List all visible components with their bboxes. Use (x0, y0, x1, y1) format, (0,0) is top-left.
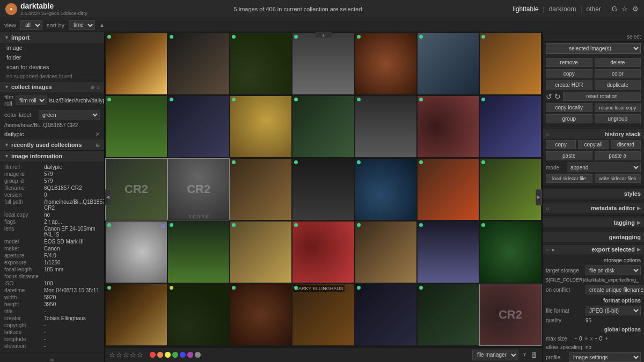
color-button[interactable]: color (595, 69, 641, 78)
collect-edit-icon[interactable]: ⊕ (90, 84, 94, 90)
rotate-ccw-icon[interactable]: ↺ (546, 92, 552, 101)
right-panel-toggle[interactable]: ▶ (536, 189, 542, 205)
color-label-select[interactable]: green (39, 110, 100, 120)
load-sidecar-button[interactable]: load sidecar file (546, 174, 592, 183)
grid-item[interactable] (355, 221, 416, 283)
grid-item[interactable] (418, 159, 479, 220)
green-label-filter[interactable] (172, 352, 178, 358)
selected-images-select[interactable]: selected image(s) (546, 43, 641, 54)
import-folder-item[interactable]: folder (0, 53, 104, 62)
red-label-filter[interactable] (150, 352, 156, 358)
paste-button[interactable]: paste (546, 151, 592, 160)
copy-hist-button[interactable]: copy (546, 140, 576, 149)
geotagging-header[interactable]: geotagging (543, 232, 644, 242)
file-format-select[interactable]: JPEG (8-bit) (586, 306, 641, 315)
grid-item[interactable] (355, 96, 416, 157)
size-w-minus[interactable]: - (574, 335, 578, 342)
grid-item[interactable] (168, 221, 229, 283)
tagging-header[interactable]: tagging ▶ (543, 218, 644, 227)
copy-locally-button[interactable]: copy locally (546, 103, 592, 112)
duplicate-button[interactable]: duplicate (595, 80, 641, 90)
grid-item[interactable] (355, 159, 416, 220)
image-grid[interactable]: CR2 CR2 ☆☆☆☆☆ (105, 32, 542, 347)
size-h-plus[interactable]: + (603, 335, 609, 342)
filmroll-type-select[interactable]: film roll (16, 95, 47, 105)
paste-a-button[interactable]: paste a (595, 151, 641, 160)
grid-item[interactable]: ⊞ (106, 221, 167, 283)
copy-button[interactable]: copy (546, 69, 592, 78)
nav-darkroom[interactable]: darkroom (545, 4, 581, 14)
monitor-icon[interactable]: 🖥 (530, 351, 538, 359)
sort-asc-icon[interactable]: ▲ (99, 22, 105, 28)
styles-header[interactable]: styles (543, 189, 644, 198)
grid-item[interactable] (292, 221, 354, 283)
grid-item[interactable] (292, 33, 354, 94)
resync-local-button[interactable]: resync local copy (595, 104, 641, 112)
grid-item[interactable] (168, 96, 229, 157)
size-h-minus[interactable]: - (594, 335, 598, 342)
create-hdr-button[interactable]: create HDR (546, 80, 592, 90)
mode-select[interactable]: append (567, 162, 641, 172)
image-info-header[interactable]: ▼ image information (0, 151, 104, 161)
remove-button[interactable]: remove (546, 58, 592, 67)
grid-item[interactable] (230, 221, 291, 283)
recently-used-header[interactable]: ▼ recently used collections ⊕ (0, 139, 104, 150)
export-header[interactable]: ○ ● export selected ▶ (543, 245, 644, 254)
grid-item[interactable] (480, 96, 541, 157)
star-icon[interactable]: ☆ (621, 5, 628, 13)
copy-all-button[interactable]: copy all (578, 140, 608, 149)
grid-item[interactable] (168, 33, 229, 94)
sort-select[interactable]: time (69, 20, 95, 30)
ungroup-button[interactable]: ungroup (595, 114, 641, 123)
view-select[interactable]: all (20, 20, 42, 30)
discard-button[interactable]: discard (611, 140, 641, 149)
import-header[interactable]: ▼ import (0, 32, 104, 43)
recently-used-options-icon[interactable]: ⊕ (96, 142, 100, 148)
grid-item[interactable] (292, 96, 354, 157)
history-header[interactable]: ○ history stack (543, 129, 644, 139)
delete-button[interactable]: delete (595, 58, 641, 67)
grid-item[interactable]: CR2 (106, 159, 167, 220)
profile-select[interactable]: image settings (569, 352, 641, 362)
grid-item[interactable] (418, 96, 479, 157)
grid-item[interactable] (418, 33, 479, 94)
grid-item[interactable] (355, 284, 416, 345)
nav-lighttable[interactable]: lighttable (509, 4, 543, 14)
reset-rotation-button[interactable]: reset rotation (563, 92, 641, 101)
yellow-label-filter[interactable] (165, 352, 171, 358)
grid-item[interactable] (230, 96, 291, 157)
import-scan-item[interactable]: scan for devices (0, 62, 104, 72)
grid-item[interactable] (418, 284, 479, 345)
gray-label-filter[interactable] (195, 352, 201, 358)
delete-collection-icon[interactable]: ✕ (96, 131, 100, 137)
metadata-header[interactable]: ○ metadata editor ▶ (543, 203, 644, 213)
target-storage-select[interactable]: file on disk (586, 265, 641, 275)
grid-item[interactable] (355, 33, 416, 94)
grid-item[interactable] (480, 33, 541, 94)
grid-item[interactable]: DARKY ELLINGHAUS (292, 284, 354, 345)
write-sidecar-button[interactable]: write sidecar files (595, 174, 641, 183)
top-panel-toggle[interactable]: ▲ (316, 32, 332, 38)
grid-item[interactable] (292, 159, 354, 220)
grid-item[interactable] (230, 33, 291, 94)
grid-item[interactable] (480, 159, 541, 220)
gear-icon[interactable]: ⚙ (632, 5, 639, 13)
purple-label-filter[interactable] (187, 352, 193, 358)
grid-item[interactable] (106, 33, 167, 94)
grid-item[interactable] (106, 96, 167, 157)
size-w-plus[interactable]: + (583, 335, 589, 342)
grid-item[interactable] (480, 221, 541, 283)
group-button[interactable]: group (546, 114, 592, 123)
grid-item[interactable] (230, 284, 291, 345)
grid-item[interactable] (106, 284, 167, 345)
grid-item[interactable]: CR2 ☆☆☆☆☆ (168, 159, 229, 220)
view-mode-select[interactable]: file manager (472, 350, 518, 360)
import-image-item[interactable]: image (0, 43, 104, 53)
left-panel-toggle[interactable]: ◀ (105, 189, 111, 205)
grid-item[interactable] (418, 221, 479, 283)
star-rating-filter[interactable]: ☆ ☆ ☆ ☆ ☆ (109, 351, 143, 359)
nav-other[interactable]: other (582, 4, 605, 14)
google-icon[interactable]: G (612, 5, 617, 13)
orange-label-filter[interactable] (157, 352, 163, 358)
rotate-cw-icon[interactable]: ↻ (554, 92, 561, 101)
